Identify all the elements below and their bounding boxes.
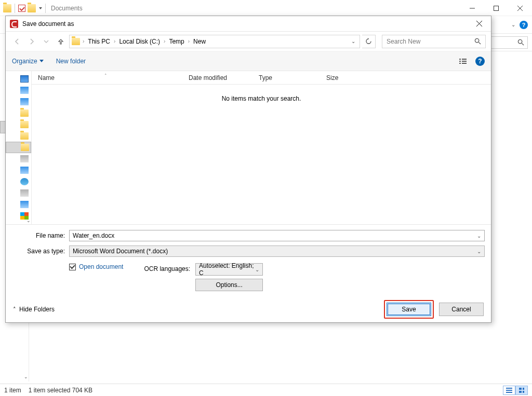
ribbon-expand-icon[interactable]: ⌄ xyxy=(511,22,515,28)
dialog-nav-pane[interactable]: ⌄ xyxy=(6,71,32,224)
search-icon xyxy=(517,39,524,46)
close-button[interactable] xyxy=(508,1,532,16)
svg-rect-6 xyxy=(506,388,512,389)
explorer-titlebar: Documents xyxy=(0,1,532,16)
chevron-down-icon[interactable]: ⌄ xyxy=(477,249,481,254)
refresh-button[interactable] xyxy=(362,35,376,48)
explorer-status-bar: 1 item 1 item selected 704 KB xyxy=(0,384,532,396)
savetype-value: Microsoft Word Document (*.docx) xyxy=(73,248,168,255)
drive-icon xyxy=(20,155,29,162)
up-button[interactable] xyxy=(55,35,67,48)
dialog-footer: ˄ Hide Folders Save Cancel xyxy=(6,296,491,322)
svg-rect-9 xyxy=(519,388,522,390)
svg-rect-20 xyxy=(462,61,467,62)
dialog-close-button[interactable] xyxy=(467,16,491,32)
minimize-button[interactable] xyxy=(460,1,484,16)
filename-label: File name: xyxy=(36,232,69,239)
cancel-button[interactable]: Cancel xyxy=(439,303,484,316)
chevron-up-icon: ˄ xyxy=(13,306,16,313)
options-label: Options... xyxy=(216,281,242,289)
chevron-down-icon[interactable]: ⌄ xyxy=(477,233,481,239)
open-icon[interactable] xyxy=(28,4,36,12)
help-icon[interactable]: ? xyxy=(520,21,528,29)
filename-input[interactable]: Water_en.docx ⌄ xyxy=(69,230,485,241)
new-folder-button[interactable]: New folder xyxy=(56,58,86,65)
qat-separator xyxy=(15,4,15,13)
back-button[interactable] xyxy=(11,35,23,48)
chevron-right-icon[interactable]: › xyxy=(188,38,190,44)
svg-rect-19 xyxy=(459,61,461,62)
change-view-button[interactable] xyxy=(456,56,471,67)
folder-icon xyxy=(20,132,29,140)
library-icon xyxy=(20,167,29,174)
svg-rect-1 xyxy=(494,6,499,10)
ocr-languages-select[interactable]: Autoselect: English; C ⌄ xyxy=(195,263,263,276)
svg-rect-17 xyxy=(459,59,461,60)
view-icon xyxy=(459,58,467,64)
svg-rect-10 xyxy=(523,388,524,390)
breadcrumb-drive[interactable]: Local Disk (C:) xyxy=(117,38,162,45)
open-document-label: Open document xyxy=(79,263,123,270)
column-headers[interactable]: Name˄ Date modified Type Size xyxy=(32,71,491,85)
svg-point-15 xyxy=(475,38,478,42)
address-bar[interactable]: › This PC › Local Disk (C:) › Temp › New… xyxy=(69,35,360,48)
help-button[interactable]: ? xyxy=(475,57,485,66)
explorer-title: Documents xyxy=(51,5,83,12)
ocr-languages-label: OCR languages: xyxy=(144,263,190,272)
ocr-languages-value: Autoselect: English; C xyxy=(199,262,259,277)
network-icon xyxy=(20,178,29,185)
organize-menu[interactable]: Organize xyxy=(12,58,44,65)
library-icon xyxy=(20,201,29,208)
breadcrumb-this-pc[interactable]: This PC xyxy=(86,38,112,45)
search-placeholder: Search New xyxy=(387,38,420,45)
savetype-label: Save as type: xyxy=(27,248,69,255)
status-item-count: 1 item xyxy=(4,387,21,394)
chevron-down-icon[interactable]: ⌄ xyxy=(255,267,259,272)
options-button[interactable]: Options... xyxy=(195,279,263,291)
new-folder-label: New folder xyxy=(56,58,86,65)
breadcrumb-temp[interactable]: Temp xyxy=(167,38,186,45)
properties-icon[interactable] xyxy=(18,5,25,12)
svg-rect-18 xyxy=(462,59,467,60)
hide-folders-button[interactable]: ˄ Hide Folders xyxy=(13,306,55,313)
svg-rect-12 xyxy=(523,391,524,393)
svg-rect-21 xyxy=(459,63,461,64)
save-label: Save xyxy=(402,306,416,313)
chevron-right-icon[interactable]: › xyxy=(113,38,116,44)
open-document-checkbox[interactable]: Open document xyxy=(69,263,123,270)
dialog-search-input[interactable]: Search New xyxy=(382,35,486,48)
recent-locations-button[interactable] xyxy=(40,35,52,48)
col-date[interactable]: Date modified xyxy=(182,74,252,81)
status-selection: 1 item selected 704 KB xyxy=(29,387,92,394)
save-button[interactable]: Save xyxy=(387,303,431,316)
col-size[interactable]: Size xyxy=(320,74,362,81)
qat-separator-2 xyxy=(45,4,46,13)
breadcrumb-new[interactable]: New xyxy=(191,38,208,45)
scroll-down-icon[interactable]: ⌄ xyxy=(26,218,31,223)
savetype-select[interactable]: Microsoft Word Document (*.docx) ⌄ xyxy=(69,245,485,257)
chevron-right-icon[interactable]: › xyxy=(163,38,166,44)
cancel-label: Cancel xyxy=(451,306,471,313)
maximize-button[interactable] xyxy=(484,1,508,16)
drive-icon xyxy=(20,189,29,197)
empty-state-text: No items match your search. xyxy=(32,85,491,224)
folder-icon xyxy=(3,4,11,12)
highlight-annotation: Save xyxy=(384,300,434,319)
sort-asc-icon: ˄ xyxy=(104,73,107,78)
view-details-button[interactable] xyxy=(503,386,515,395)
qat-dropdown-icon[interactable] xyxy=(39,7,42,9)
dialog-file-list: Name˄ Date modified Type Size No items m… xyxy=(32,71,491,224)
svg-rect-7 xyxy=(506,390,512,391)
save-as-dialog: Save document as › This PC › Local Disk … xyxy=(5,16,491,323)
svg-rect-22 xyxy=(462,63,467,64)
col-name[interactable]: Name xyxy=(38,74,55,81)
forward-button[interactable] xyxy=(25,35,38,48)
scroll-down-icon[interactable]: ⌄ xyxy=(24,374,28,379)
chevron-right-icon[interactable]: › xyxy=(82,38,85,44)
col-type[interactable]: Type xyxy=(252,74,320,81)
view-large-button[interactable] xyxy=(515,386,528,395)
svg-line-16 xyxy=(478,42,481,44)
svg-rect-8 xyxy=(506,392,512,393)
address-dropdown-icon[interactable]: ⌄ xyxy=(351,38,355,44)
library-icon xyxy=(20,98,29,105)
